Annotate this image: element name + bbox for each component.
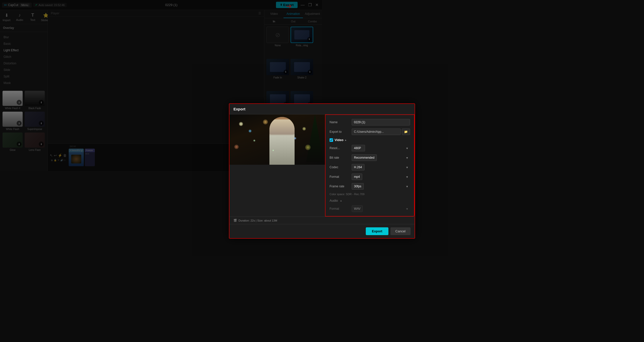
preview-figure	[269, 117, 295, 165]
modal-body: Name Export to 📁 Video ▴	[229, 114, 322, 171]
bokeh-4	[253, 140, 255, 142]
bokeh-8	[272, 150, 274, 151]
bokeh-6	[294, 137, 296, 140]
bokeh-9	[305, 145, 311, 150]
bokeh-2	[249, 130, 252, 133]
bokeh-5	[302, 127, 306, 131]
bokeh-7	[234, 145, 239, 149]
export-modal: Export	[229, 103, 322, 171]
modal-header: Export	[229, 104, 322, 114]
figure-scarf	[269, 119, 295, 135]
modal-overlay: Export	[0, 0, 322, 171]
bokeh-1	[239, 122, 243, 126]
bokeh-3	[263, 119, 268, 124]
modal-preview	[229, 114, 322, 165]
